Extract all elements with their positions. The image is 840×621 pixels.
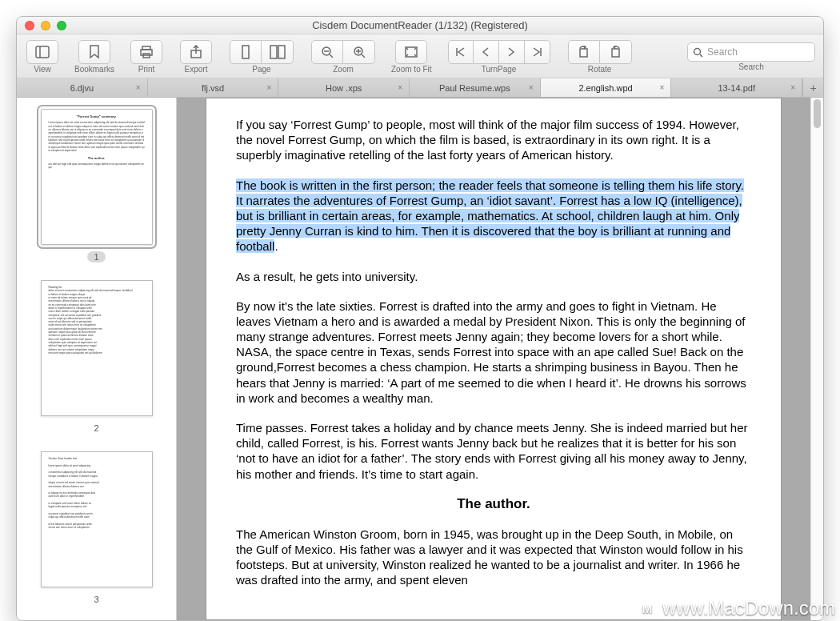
vertical-scrollbar[interactable] xyxy=(810,98,823,620)
bookmark-icon xyxy=(89,45,100,59)
heading-author: The author. xyxy=(236,496,751,512)
new-tab-button[interactable]: + xyxy=(802,78,823,97)
close-tab-icon[interactable]: × xyxy=(790,83,795,92)
rotate-right-button[interactable] xyxy=(600,40,632,64)
rotate-right-icon xyxy=(608,46,622,58)
rotate-left-icon xyxy=(577,46,591,58)
toolbar: View Bookmarks Print xyxy=(17,34,823,78)
rotate-label: Rotate xyxy=(588,65,611,74)
print-group: Print xyxy=(129,40,164,74)
bookmarks-label: Bookmarks xyxy=(74,65,114,74)
scroll-thumb[interactable] xyxy=(814,99,821,128)
first-page-button[interactable] xyxy=(448,40,474,64)
zoom-in-icon xyxy=(352,45,366,59)
print-button[interactable] xyxy=(130,40,162,64)
first-page-icon xyxy=(455,46,466,58)
zoom-fit-label: Zoom to Fit xyxy=(391,65,432,74)
zoom-out-button[interactable] xyxy=(311,40,343,64)
svg-line-22 xyxy=(700,54,702,57)
close-tab-icon[interactable]: × xyxy=(660,83,665,92)
svg-rect-19 xyxy=(580,49,587,57)
thumbnail-page-2[interactable]: Reading listdolor sit amet consectetur a… xyxy=(41,280,153,416)
titlebar: Cisdem DocumentReader (1/132) (Registere… xyxy=(17,17,823,34)
svg-rect-0 xyxy=(36,46,49,58)
export-label: Export xyxy=(185,65,208,74)
document-page[interactable]: If you say ‘Forrest Gump’ to people, mos… xyxy=(206,98,782,620)
close-tab-icon[interactable]: × xyxy=(267,83,272,92)
export-group: Export xyxy=(178,40,214,74)
paragraph-6: The American Winston Groom, born in 1945… xyxy=(236,527,751,588)
double-page-icon xyxy=(270,45,286,59)
thumbnail-number: 3 xyxy=(87,594,105,605)
zoom-group: Zoom xyxy=(310,40,377,74)
tab-bar: 6.djvu× flj.vsd× How .xps× Paul Resume.w… xyxy=(17,78,823,98)
view-group: View xyxy=(25,40,60,74)
close-tab-icon[interactable]: × xyxy=(136,83,141,92)
zoom-label: Zoom xyxy=(333,65,354,74)
bookmarks-group: Bookmarks xyxy=(74,40,114,74)
zoom-in-button[interactable] xyxy=(343,40,375,64)
tab-13-14-pdf[interactable]: 13-14.pdf× xyxy=(671,78,802,97)
tab-label: 13-14.pdf xyxy=(718,83,754,93)
svg-rect-7 xyxy=(270,46,277,58)
paragraph-5: Time passes. Forrest takes a holiday and… xyxy=(236,420,751,482)
rotate-group: Rotate xyxy=(566,40,634,74)
svg-rect-8 xyxy=(278,46,285,58)
tab-2-english[interactable]: 2.english.wpd× xyxy=(541,78,672,97)
svg-point-21 xyxy=(694,48,701,54)
search-placeholder: Search xyxy=(707,46,738,58)
page-single-button[interactable] xyxy=(230,40,262,64)
watermark-logo-icon: M xyxy=(637,598,658,619)
rotate-left-button[interactable] xyxy=(568,40,600,64)
tab-paul-resume[interactable]: Paul Resume.wps× xyxy=(410,78,541,97)
next-page-icon xyxy=(506,46,516,58)
page-label: Page xyxy=(252,65,270,74)
document-viewer[interactable]: If you say ‘Forrest Gump’ to people, mos… xyxy=(177,98,810,620)
last-page-icon xyxy=(531,46,542,58)
thumbnail-number: 2 xyxy=(87,423,105,434)
tab-how-xps[interactable]: How .xps× xyxy=(278,78,410,97)
page-double-button[interactable] xyxy=(262,40,294,64)
zoom-out-icon xyxy=(320,45,334,59)
tab-label: Paul Resume.wps xyxy=(439,83,510,93)
close-tab-icon[interactable]: × xyxy=(398,83,402,92)
single-page-icon xyxy=(240,45,251,59)
next-page-button[interactable] xyxy=(499,40,525,64)
svg-rect-6 xyxy=(242,46,249,58)
tab-label: 2.english.wpd xyxy=(578,83,632,93)
last-page-button[interactable] xyxy=(525,40,550,64)
search-icon xyxy=(693,47,703,58)
thumbnail-page-1[interactable]: "Forrest Gump" summary.Lorem ipsum dolor… xyxy=(41,109,153,245)
page-group: Page xyxy=(228,40,295,74)
view-button[interactable] xyxy=(26,40,58,64)
prev-page-icon xyxy=(481,46,490,58)
thumbnail-page-3[interactable]: Section three header textlorem ipsum dol… xyxy=(41,451,153,587)
zoom-to-fit-button[interactable] xyxy=(395,40,427,64)
paragraph-3: As a result, he gets into university. xyxy=(236,269,751,284)
search-label: Search xyxy=(738,62,764,71)
tab-flj-vsd[interactable]: flj.vsd× xyxy=(148,78,279,97)
export-button[interactable] xyxy=(180,40,212,64)
thumbnail-item[interactable]: Section three header textlorem ipsum dol… xyxy=(17,451,176,605)
view-label: View xyxy=(34,65,51,74)
close-tab-icon[interactable]: × xyxy=(529,83,534,92)
prev-page-button[interactable] xyxy=(474,40,499,64)
search-input[interactable]: Search xyxy=(687,42,815,62)
turnpage-group: TurnPage xyxy=(446,40,552,74)
thumbnail-item[interactable]: "Forrest Gump" summary.Lorem ipsum dolor… xyxy=(17,109,176,262)
tab-label: How .xps xyxy=(326,83,362,93)
thumbnail-item[interactable]: Reading listdolor sit amet consectetur a… xyxy=(17,280,176,434)
svg-line-13 xyxy=(362,54,365,58)
print-label: Print xyxy=(138,65,155,74)
sidebar-icon xyxy=(35,46,50,58)
bookmarks-button[interactable] xyxy=(78,40,110,64)
watermark: M www.MacDown.com xyxy=(637,597,835,619)
tab-6-djvu[interactable]: 6.djvu× xyxy=(17,78,148,97)
export-icon xyxy=(189,45,203,59)
print-icon xyxy=(139,46,154,58)
turnpage-label: TurnPage xyxy=(482,65,517,74)
app-window: Cisdem DocumentReader (1/132) (Registere… xyxy=(16,16,824,621)
zoom-fit-group: Zoom to Fit xyxy=(391,40,432,74)
tab-label: 6.djvu xyxy=(70,83,94,93)
thumbnail-sidebar[interactable]: "Forrest Gump" summary.Lorem ipsum dolor… xyxy=(17,98,177,620)
